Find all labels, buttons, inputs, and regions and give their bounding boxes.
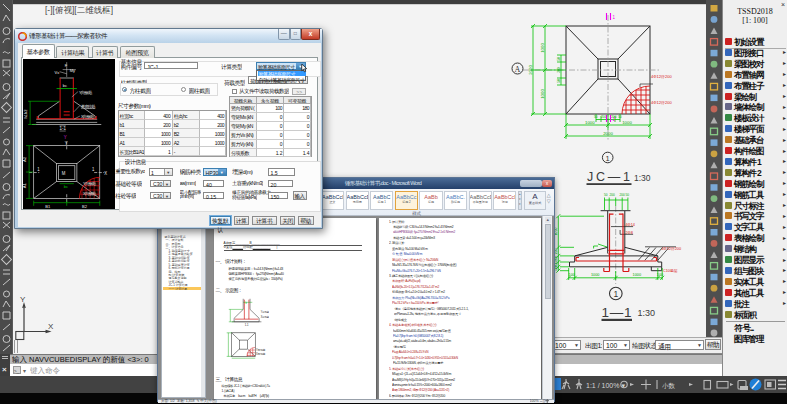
svg-text:250: 250	[554, 249, 558, 255]
svg-text:100: 100	[569, 273, 575, 277]
svg-text:1000: 1000	[585, 120, 595, 125]
svg-text:1-1: 1-1	[244, 323, 248, 327]
svg-text:小数: 小数	[662, 382, 676, 389]
svg-text:50: 50	[594, 115, 598, 119]
svg-text:Y: Y	[20, 295, 26, 304]
svg-text:X: X	[48, 322, 54, 331]
svg-text:50: 50	[554, 267, 558, 271]
svg-text:200: 200	[610, 193, 616, 197]
svg-text:Y向钢筋: Y向钢筋	[78, 89, 91, 94]
svg-text:M: M	[61, 171, 65, 176]
svg-text:1000: 1000	[540, 89, 545, 99]
svg-text:4Φ14: 4Φ14	[626, 223, 635, 227]
svg-text:1-1: 1-1	[59, 125, 66, 130]
svg-text:1: 1	[613, 289, 618, 299]
svg-text:1: 1	[37, 166, 40, 171]
svg-text:1: 1	[613, 15, 616, 20]
svg-text:200: 200	[620, 193, 626, 197]
svg-text:1000: 1000	[591, 273, 599, 277]
svg-text:My: My	[69, 67, 75, 72]
svg-text:1: 1	[92, 166, 95, 171]
svg-text:200: 200	[554, 256, 558, 262]
svg-text:300: 300	[557, 67, 561, 73]
svg-text:Y向钢筋: Y向钢筋	[256, 347, 266, 351]
svg-text:X向钢筋: X向钢筋	[80, 114, 93, 119]
svg-text:100: 100	[657, 273, 663, 277]
svg-text:X向钢筋: X向钢筋	[256, 352, 266, 356]
svg-text:2000: 2000	[603, 131, 613, 136]
svg-text:1—1: 1—1	[602, 305, 632, 320]
svg-text:1000: 1000	[622, 120, 632, 125]
svg-text:Y向钢筋: Y向钢筋	[260, 309, 268, 313]
svg-text:50: 50	[557, 79, 561, 83]
svg-text:1:30: 1:30	[638, 308, 656, 318]
svg-text:1:1 / 100% ▾: 1:1 / 100% ▾	[586, 382, 625, 389]
svg-text:基底拉筋: 基底拉筋	[80, 103, 95, 108]
svg-text:4Φ12@200: 4Φ12@200	[651, 100, 672, 105]
svg-text:1:30: 1:30	[634, 173, 651, 183]
svg-text:bc: bc	[63, 183, 67, 188]
svg-text:X: X	[104, 170, 107, 175]
svg-text:1000: 1000	[540, 43, 545, 53]
svg-text:C10垫层: C10垫层	[663, 268, 678, 273]
svg-text:50: 50	[626, 193, 630, 197]
svg-text:100: 100	[554, 262, 558, 268]
svg-text:X向钢筋: X向钢筋	[82, 191, 95, 196]
svg-text:4Φ12@200: 4Φ12@200	[662, 247, 682, 251]
svg-text:A1: A1	[23, 182, 27, 188]
svg-text:1050: 1050	[554, 228, 558, 236]
svg-text:2Φ8: 2Φ8	[626, 231, 633, 235]
svg-text:Y向钢筋: Y向钢筋	[82, 180, 95, 185]
svg-text:h1h2: h1h2	[23, 109, 28, 118]
svg-text:Y: Y	[64, 140, 67, 145]
svg-text:Vx: Vx	[54, 69, 60, 74]
svg-text:A: A	[515, 65, 521, 74]
svg-text:bc: bc	[62, 82, 66, 87]
svg-text:1: 1	[606, 154, 610, 163]
svg-text:50: 50	[618, 115, 622, 119]
svg-text:2000: 2000	[528, 65, 533, 75]
svg-text:X向钢筋: X向钢筋	[260, 315, 268, 319]
svg-text:1000: 1000	[633, 273, 641, 277]
svg-text:A2: A2	[23, 156, 27, 162]
svg-text:50: 50	[557, 57, 561, 61]
svg-text:F: F	[64, 63, 67, 68]
svg-text:JC—1: JC—1	[587, 170, 630, 184]
svg-text:50: 50	[604, 193, 608, 197]
svg-text:B2: B2	[81, 203, 87, 208]
svg-text:4Φ12@200: 4Φ12@200	[651, 74, 672, 79]
svg-text:200: 200	[601, 115, 607, 119]
svg-text:B1: B1	[45, 203, 51, 208]
